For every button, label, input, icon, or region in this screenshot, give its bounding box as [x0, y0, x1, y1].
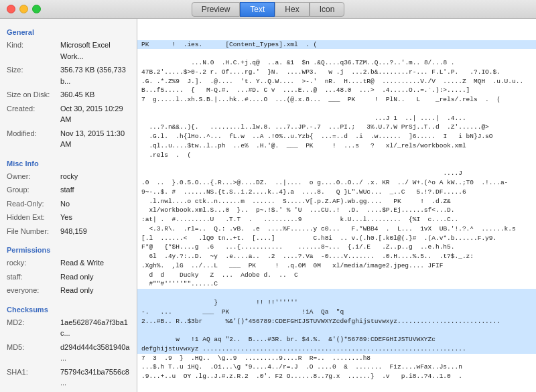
sidebar-row: File Number:948,159	[0, 224, 137, 239]
text-line: .l.nwl....o ctk..n......m ...... S.....V…	[141, 197, 532, 206]
sidebar-val: 948,159	[60, 226, 130, 237]
tab-icon[interactable]: Icon	[310, 2, 345, 17]
sidebar-row: SHA256:df65fb7857587bc38f...	[0, 390, 137, 393]
sidebar-key: Size on Disk:	[7, 89, 60, 101]
maximize-button[interactable]	[32, 5, 41, 13]
sidebar-val: Read only	[60, 271, 130, 283]
sidebar-val: No	[60, 198, 130, 210]
sidebar-row: MD5:d294d444c3581940a...	[0, 340, 137, 365]
text-line: 47B.2'.....$>0-.2 r. Of....rg.' }N. ....…	[141, 68, 532, 77]
sidebar-row: everyone:Read only	[0, 283, 137, 298]
sidebar-row: SHA1:75794c341ba7556c8...	[0, 365, 137, 390]
text-line: -. ... ___ PK !1A Qa "q	[137, 308, 536, 317]
sidebar-val: 75794c341ba7556c8...	[60, 367, 130, 389]
sidebar-key: rocky:	[7, 257, 60, 269]
tab-group: PreviewTextHexIcon	[192, 2, 345, 17]
text-line	[137, 289, 536, 298]
text-line: .G.l. .h{lHo..^... fL.w ..A .!0%..u.Yzb{…	[141, 132, 532, 141]
tab-preview[interactable]: Preview	[192, 2, 241, 17]
text-line: ...N.0 .H.C.+j.q@ ..a. &1 $n .&Q....q36.…	[141, 58, 532, 68]
sidebar-key: Size:	[7, 64, 60, 86]
sidebar-section-title-0: General	[0, 24, 137, 38]
sidebar-val: Nov 13, 2015 11:30 AM	[60, 128, 130, 150]
sidebar-row: staff:Read only	[0, 270, 137, 284]
text-line: .G. .*.Z%9 J.]. .@.... 't. Y..Q.W.... >-…	[141, 77, 532, 86]
title-bar: PreviewTextHexIcon	[0, 0, 536, 19]
text-line: .Xgh%. ,lG ../...L ___ PK ! .q.0M 0M xl/…	[141, 261, 532, 271]
text-line: ...?.n&&..){. ........l..lw.8. ...7..JP.…	[141, 123, 532, 132]
sidebar-val: staff	[60, 184, 130, 196]
sidebar-key: Created:	[7, 103, 60, 125]
sidebar-key: Hidden Ext:	[7, 212, 60, 223]
sidebar-section-title-2: Permissions	[0, 242, 137, 256]
close-button[interactable]	[7, 5, 15, 13]
sidebar: GeneralKind:Microsoft Excel Work...Size:…	[0, 19, 137, 392]
sidebar-val: Oct 30, 2015 10:29 AM	[60, 103, 130, 125]
sidebar-row: rocky:Read & Write	[0, 256, 137, 270]
text-line: 7 g.....l..xh.S.B.|...hk..#....O ...(@.x…	[141, 95, 532, 105]
text-line: 9~-..$. # ......NS.{t.S..i.2....k..4}.a …	[141, 188, 532, 197]
sidebar-key: SHA1:	[7, 367, 60, 389]
sidebar-section-title-3: Checksums	[0, 302, 137, 316]
text-line: B...f5..... { M-Q.#. ...#D. C v ....E...…	[141, 86, 532, 95]
sidebar-key: Group:	[7, 184, 60, 196]
sidebar-row: Owner:rocky	[0, 170, 137, 184]
text-line: .ql..u....$tw..l..ph ..e% .H.'@. ___ PK …	[141, 141, 532, 151]
sidebar-row: Created:Oct 30, 2015 10:29 AM	[0, 102, 137, 127]
text-line: .9...+..u OY .lg..J.#.z.R.2 .0'. F2 O...…	[141, 372, 532, 381]
sidebar-val: rocky	[60, 171, 130, 182]
sidebar-val: Yes	[60, 212, 130, 223]
text-line: 7 3 .9 } .HQ.. \g..9 .........9....R R=.…	[141, 354, 532, 363]
sidebar-val: 1ae5628746a7f3ba1c...	[60, 317, 130, 339]
text-line: :at| . #.........U .T.T . .........9 k.U…	[141, 215, 532, 224]
text-line: 2...#B.. R..$3br %&'()*456789:CDEFGHIJST…	[137, 317, 536, 326]
text-line: 6l .4y.?:..D. ~y .e....a.. .2 ....?.Va -…	[141, 252, 532, 261]
text-line: xl/workbook.xml.S...0 }.. p~.!$.' % 'U .…	[141, 206, 532, 215]
text-line: ....J	[141, 169, 532, 178]
tab-hex[interactable]: Hex	[275, 2, 309, 17]
sidebar-key: Kind:	[7, 40, 60, 62]
sidebar-row: Kind:Microsoft Excel Work...	[0, 38, 137, 63]
sidebar-row: MD2:1ae5628746a7f3ba1c...	[0, 316, 137, 340]
sidebar-val: Microsoft Excel Work...	[60, 40, 130, 62]
sidebar-val: d294d444c3581940a...	[60, 342, 130, 364]
sidebar-val: Read & Write	[60, 257, 130, 269]
text-line: ...$.h T..u iHQ. .Oi...\g *9....4../r=.J…	[141, 363, 532, 372]
sidebar-row: Hidden Ext:Yes	[0, 210, 137, 224]
sidebar-key: everyone:	[7, 285, 60, 296]
minimize-button[interactable]	[19, 5, 28, 13]
sidebar-key: File Number:	[7, 226, 60, 237]
sidebar-key: Modified:	[7, 128, 60, 150]
text-line: PK ! .ies. [Content_Types].xml . (	[137, 40, 536, 50]
sidebar-key: MD2:	[7, 317, 60, 339]
sidebar-row: Modified:Nov 13, 2015 11:30 AM	[0, 127, 137, 151]
text-line: .rels . (	[141, 151, 532, 160]
sidebar-val: Read only	[60, 285, 130, 296]
sidebar-val: 360.45 KB	[60, 89, 130, 101]
sidebar-val: 356.73 KB (356,733 b...	[60, 64, 130, 86]
sidebar-row: Size on Disk:360.45 KB	[0, 88, 137, 102]
text-line: [.l ......< .lQ0 tn..+t. [....] C.h8i ..…	[141, 234, 532, 243]
tab-text[interactable]: Text	[240, 2, 275, 17]
text-line	[141, 159, 532, 169]
text-line: } !! !!''''''	[137, 298, 536, 308]
text-panel[interactable]: PK ! .ies. [Content_Types].xml . ( ...N.…	[137, 19, 536, 392]
text-line: .0 .. }.0.5.O...{.R...>@....DZ. ..|.... …	[141, 178, 532, 188]
sidebar-row: Group:staff	[0, 183, 137, 197]
text-line	[141, 49, 532, 58]
text-line: d d Ducky Z ... Adobe d. .. C	[141, 271, 532, 280]
sidebar-key: MD5:	[7, 342, 60, 364]
sidebar-row: Read-Only:No	[0, 197, 137, 211]
text-line: <.3.R\. .rl=.. Q.: .vB. .e ....%F......y…	[141, 224, 532, 234]
text-line	[141, 105, 532, 114]
text-line: #""#'''''""......C	[141, 279, 532, 289]
sidebar-key: Owner:	[7, 171, 60, 182]
text-line	[137, 326, 536, 335]
text-line: ...J 1 ..| ....| .4...	[141, 114, 532, 123]
sidebar-key: Read-Only:	[7, 198, 60, 210]
text-line: F*@ {*$H....g .6 ...{........... ......8…	[141, 243, 532, 252]
sidebar-section-title-1: Misc Info	[0, 155, 137, 170]
sidebar-row: Size:356.73 KB (356,733 b...	[0, 63, 137, 88]
window-controls	[7, 5, 41, 13]
sidebar-key: staff:	[7, 271, 60, 283]
